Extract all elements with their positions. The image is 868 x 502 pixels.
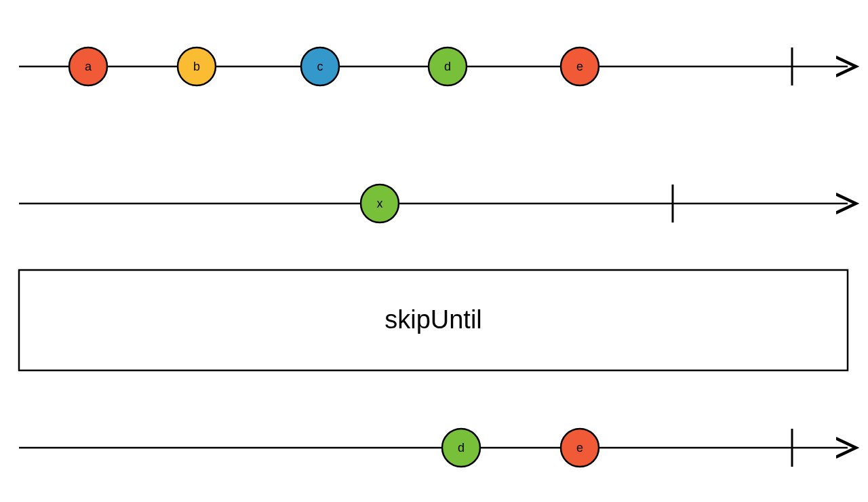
marble-output-e: e [561,429,599,467]
marble-label: b [193,60,200,73]
marble-label: e [576,60,583,73]
marble-source-e: e [561,47,599,85]
marble-label: a [85,60,92,73]
marble-source-d: d [429,47,467,85]
marble-output-d: d [442,429,480,467]
marble-notifier-x: x [361,185,399,223]
marble-label: e [576,441,583,455]
marble-label: c [317,60,323,73]
marble-diagram: abcdexdeskipUntil [0,0,868,502]
marble-label: d [444,60,451,73]
marble-source-c: c [301,47,339,85]
marble-label: d [458,441,465,455]
marble-source-a: a [69,47,107,85]
marble-label: x [377,197,383,210]
operator-label: skipUntil [384,305,482,334]
marble-source-b: b [178,47,216,85]
